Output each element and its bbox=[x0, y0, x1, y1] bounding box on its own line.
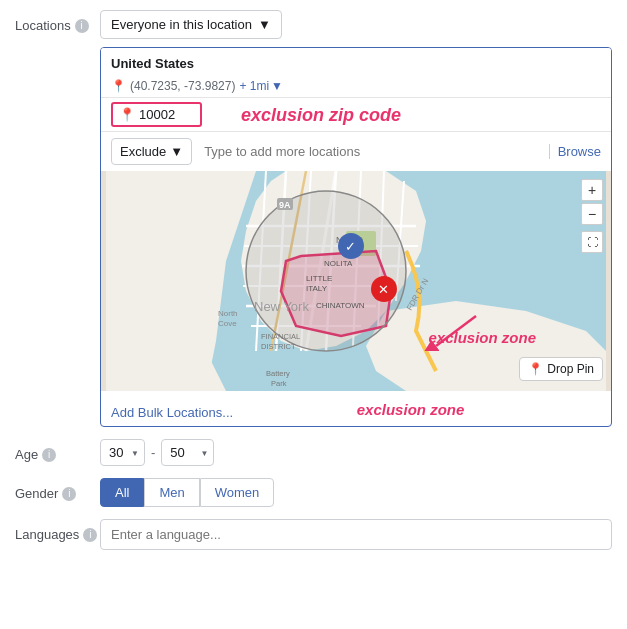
browse-link[interactable]: Browse bbox=[549, 144, 601, 159]
svg-text:LITTLE: LITTLE bbox=[306, 274, 332, 283]
languages-info-icon[interactable]: i bbox=[83, 528, 97, 542]
svg-text:CHINATOWN: CHINATOWN bbox=[316, 301, 365, 310]
exclusion-zone-label-below: exclusion zone bbox=[357, 401, 465, 418]
location-type-label: Everyone in this location bbox=[111, 17, 252, 32]
languages-row: Languages i bbox=[15, 519, 612, 550]
map-container: NOHO NOLITA LITTLE ITALY CHINATOWN New Y… bbox=[101, 171, 611, 391]
languages-content bbox=[100, 519, 612, 550]
svg-text:FINANCIAL: FINANCIAL bbox=[261, 332, 300, 341]
exclude-row: Exclude ▼ Browse bbox=[101, 132, 611, 171]
svg-text:✓: ✓ bbox=[345, 239, 356, 254]
svg-text:✕: ✕ bbox=[378, 282, 389, 297]
location-search-input[interactable] bbox=[200, 139, 541, 164]
exclude-dropdown[interactable]: Exclude ▼ bbox=[111, 138, 192, 165]
gender-info-icon[interactable]: i bbox=[62, 487, 76, 501]
gender-row: Gender i All Men Women bbox=[15, 478, 612, 507]
drop-pin-button[interactable]: 📍 Drop Pin bbox=[519, 357, 603, 381]
zipcode-row: 📍 exclusion zip code bbox=[101, 97, 611, 132]
gender-men-button[interactable]: Men bbox=[144, 478, 199, 507]
map-zoom-in-button[interactable]: + bbox=[581, 179, 603, 201]
map-expand-button[interactable]: ⛶ bbox=[581, 231, 603, 253]
gender-women-button[interactable]: Women bbox=[200, 478, 275, 507]
svg-text:North: North bbox=[218, 309, 238, 318]
radius-button[interactable]: + 1mi ▼ bbox=[239, 79, 283, 93]
age-controls: 30 18 20 25 35 40 - 50 45 55 60 65+ bbox=[100, 439, 612, 466]
map-zoom-out-button[interactable]: − bbox=[581, 203, 603, 225]
gender-label: Gender bbox=[15, 486, 58, 501]
age-from-select[interactable]: 30 18 20 25 35 40 bbox=[100, 439, 145, 466]
svg-point-22 bbox=[246, 191, 406, 351]
map-controls: + − ⛶ bbox=[581, 179, 603, 253]
exclude-arrow-icon: ▼ bbox=[170, 144, 183, 159]
svg-text:Cove: Cove bbox=[218, 319, 237, 328]
age-label: Age bbox=[15, 447, 38, 462]
location-box: United States 📍 (40.7235, -73.9827) + 1m… bbox=[100, 47, 612, 427]
locations-info-icon[interactable]: i bbox=[75, 19, 89, 33]
bulk-locations-row: Add Bulk Locations... exclusion zone bbox=[101, 391, 611, 426]
exclusion-zone-annotation: exclusion zone bbox=[428, 329, 536, 346]
languages-label: Languages bbox=[15, 527, 79, 542]
location-type-dropdown[interactable]: Everyone in this location ▼ bbox=[100, 10, 282, 39]
locations-row: Locations i Everyone in this location ▼ … bbox=[15, 10, 612, 427]
age-info-icon[interactable]: i bbox=[42, 448, 56, 462]
zip-input-wrapper: 📍 bbox=[111, 102, 202, 127]
radius-label: + 1mi bbox=[239, 79, 269, 93]
locations-label-col: Locations i bbox=[15, 10, 100, 33]
svg-text:Park: Park bbox=[271, 379, 287, 388]
language-input[interactable] bbox=[100, 519, 612, 550]
coords-text: (40.7235, -73.9827) bbox=[130, 79, 235, 93]
drop-pin-label: Drop Pin bbox=[547, 362, 594, 376]
exclude-label: Exclude bbox=[120, 144, 166, 159]
gender-buttons: All Men Women bbox=[100, 478, 612, 507]
drop-pin-icon: 📍 bbox=[528, 362, 543, 376]
locations-content: Everyone in this location ▼ United State… bbox=[100, 10, 612, 427]
svg-text:NOLITA: NOLITA bbox=[324, 259, 353, 268]
locations-label: Locations bbox=[15, 18, 71, 33]
location-header: United States bbox=[101, 48, 611, 79]
age-row: Age i 30 18 20 25 35 40 - 50 45 55 bbox=[15, 439, 612, 466]
country-label: United States bbox=[111, 56, 601, 71]
exclusion-zip-annotation: exclusion zip code bbox=[241, 104, 401, 125]
languages-label-col: Languages i bbox=[15, 519, 100, 542]
zip-pin-icon: 📍 bbox=[119, 107, 135, 122]
svg-text:DISTRICT: DISTRICT bbox=[261, 342, 296, 351]
zip-code-input[interactable] bbox=[139, 107, 194, 122]
radius-arrow-icon: ▼ bbox=[271, 79, 283, 93]
dropdown-arrow-icon: ▼ bbox=[258, 17, 271, 32]
gender-content: All Men Women bbox=[100, 478, 612, 507]
age-separator: - bbox=[151, 445, 155, 460]
svg-text:Battery: Battery bbox=[266, 369, 290, 378]
age-to-wrapper: 50 45 55 60 65+ bbox=[161, 439, 214, 466]
svg-text:ITALY: ITALY bbox=[306, 284, 328, 293]
gender-label-col: Gender i bbox=[15, 478, 100, 501]
location-coords-row: 📍 (40.7235, -73.9827) + 1mi ▼ bbox=[101, 79, 611, 97]
age-content: 30 18 20 25 35 40 - 50 45 55 60 65+ bbox=[100, 439, 612, 466]
age-label-col: Age i bbox=[15, 439, 100, 462]
svg-text:New York: New York bbox=[254, 299, 309, 314]
coords-pin-icon: 📍 bbox=[111, 79, 126, 93]
svg-text:9A: 9A bbox=[279, 200, 291, 210]
age-to-select[interactable]: 50 45 55 60 65+ bbox=[161, 439, 214, 466]
age-from-wrapper: 30 18 20 25 35 40 bbox=[100, 439, 145, 466]
gender-all-button[interactable]: All bbox=[100, 478, 144, 507]
bulk-locations-link[interactable]: Add Bulk Locations... bbox=[111, 397, 233, 420]
